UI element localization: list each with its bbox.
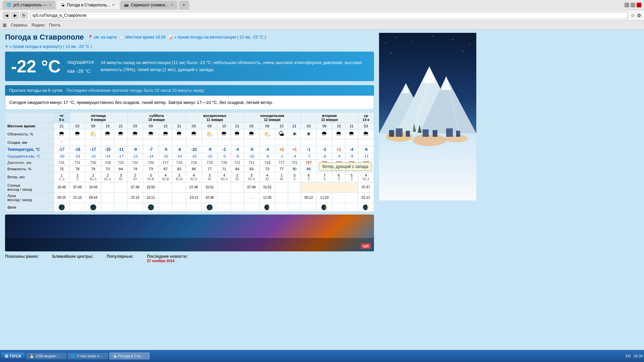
feels-like-value: как -26 °С: [67, 66, 94, 75]
time-fri-09: 09: [85, 123, 101, 129]
time-sat-03: 03: [127, 123, 143, 129]
time-header-row: Местное время 21 03 09 15 21 03 09 15 21…: [5, 123, 374, 129]
phase-sat-4: [172, 203, 186, 212]
minimize-button[interactable]: [625, 3, 629, 7]
cloud-tue-03: ☀: [301, 129, 317, 139]
day-wed: ср14 я: [358, 112, 374, 123]
moon-fri-3: [101, 192, 114, 203]
moon-tue-1: 00:12: [301, 192, 317, 203]
windows-icon: ⊞: [5, 354, 8, 359]
time-link[interactable]: 🕐 Местное время 18:34: [119, 35, 165, 40]
feels-sun-21: -8: [231, 153, 244, 159]
time-sun-09: 09: [202, 123, 217, 129]
url-input[interactable]: rp5.ru/Погода_в_Ставрополе: [30, 12, 628, 19]
phase-sat-1: [127, 203, 143, 212]
page-title: Погода в Ставрополе: [5, 33, 84, 42]
back-button[interactable]: ◀: [3, 12, 10, 19]
tab-new[interactable]: +: [179, 1, 189, 9]
feels-thu-21: -20: [54, 153, 69, 159]
day-sat: суббота10 января: [127, 112, 186, 123]
svg-rect-11: [389, 130, 394, 137]
star-icon[interactable]: ☆: [631, 13, 635, 18]
wind-tue-21: 5З: [345, 172, 358, 182]
day-header-row: чт8 я пятница9 января суббота10 января в…: [5, 112, 374, 123]
tab-pogoda-close[interactable]: ✕: [112, 3, 115, 7]
apps-icon[interactable]: ⊞: [3, 22, 7, 28]
start-button[interactable]: ⊞ ПУСК: [1, 353, 25, 360]
phase-sun-1: [186, 203, 202, 212]
tab-rp5[interactable]: 🌐 рг5 ставрополь — ✕: [3, 1, 56, 9]
moon-fri-1: 21:16: [69, 192, 85, 203]
side-image: [379, 33, 476, 264]
moon-mon-2: 11:05: [259, 192, 275, 203]
maximize-button[interactable]: [631, 3, 635, 7]
pressure-sat-15: 717: [159, 159, 172, 166]
precip-tue-15: ·: [332, 139, 345, 146]
taskbar-browser2-label: Погода в Ста...: [118, 354, 144, 358]
start-label: ПУСК: [10, 354, 21, 359]
phase-sat-3: [159, 203, 172, 212]
wind-sat-21: 3Ю-В: [172, 172, 186, 182]
wind-thu-21: 1С-З: [54, 172, 69, 182]
phase-tue-3: [332, 203, 345, 212]
wind-mon-15: 1Ю: [275, 172, 288, 182]
feels-tue-21: -9: [345, 153, 358, 159]
sun-tue: [301, 182, 358, 192]
forward-button[interactable]: ▶: [11, 12, 19, 19]
pressure-sat-21: 718: [172, 159, 186, 166]
hum-fri-09: 79: [85, 166, 101, 172]
svg-rect-16: [446, 128, 453, 137]
hum-tue-03: 93: [301, 166, 317, 172]
tab-screenshot-close[interactable]: ✕: [171, 3, 173, 7]
pressure-sat-03: 722: [127, 159, 143, 166]
taskbar: ⊞ ПУСК 💾 USB-модем -... 🌐 У нас море н..…: [0, 350, 644, 362]
archive-link[interactable]: 📊 » Архив погоды на метеостанции ( 12 км…: [168, 35, 266, 40]
phase-sat-2: 🌑: [143, 203, 159, 212]
close-button[interactable]: [637, 3, 641, 7]
pressure-sun-03: 718: [186, 159, 202, 166]
time-sat-09: 09: [143, 123, 159, 129]
cloud-mon-03: 🌨: [244, 129, 259, 139]
moon-sat-2: 10:11: [143, 192, 159, 203]
footer-news-title: Последние новости: 27 ноября 2014: [147, 254, 188, 263]
tab-rp5-close[interactable]: ✕: [49, 3, 52, 7]
reload-button[interactable]: ↻: [20, 12, 28, 19]
taskbar-browser1[interactable]: 🌐 У нас море н...: [68, 353, 108, 359]
svg-point-28: [390, 53, 391, 54]
settings-icon[interactable]: ⚙: [637, 13, 641, 18]
taskbar-usb[interactable]: 💾 USB-модем -...: [26, 353, 66, 359]
moon-wed: 01:12: [358, 192, 374, 203]
bookmark-yandex[interactable]: Яндекс: [32, 23, 45, 27]
tab-screenshot[interactable]: 📷 Скриншот (снимок... ✕: [120, 1, 177, 9]
moon-sun-3: [217, 192, 231, 203]
url-text: rp5.ru/Погода_в_Ставрополе: [33, 13, 87, 18]
tab-pogoda[interactable]: 🌤 Погода в Ставрополь... ✕: [57, 1, 119, 9]
wind-wed-03: 4 Ю-З Ветер, дующий с запада: [358, 172, 374, 182]
taskbar-browser2[interactable]: 🌤 Погода в Ста...: [109, 353, 150, 359]
moon-phase-label: фаза: [5, 203, 54, 212]
precip-mon-03: · · ·: [244, 139, 259, 146]
taskbar-lang[interactable]: EN: [626, 354, 631, 358]
footer-news-date[interactable]: 27 ноября 2014: [147, 259, 188, 263]
precipitation-label: Осадки, мм: [5, 139, 54, 146]
svg-point-9: [413, 134, 446, 146]
sun-mon-4: [288, 182, 301, 192]
bookmark-mail[interactable]: Почта: [49, 23, 60, 27]
feels-like-block: ощущается как -26 °С: [67, 57, 94, 75]
forecast-update: Последнее обновление прогноза погоды был…: [66, 88, 204, 93]
phase-wed: 🌒: [358, 203, 374, 212]
map-link[interactable]: 📍 см. на карте: [88, 35, 117, 40]
footer-popular-title: Популярные:: [107, 254, 133, 259]
bookmark-services[interactable]: Сервисы: [11, 23, 28, 27]
moon-sun-4: [231, 192, 244, 203]
wind-row: Ветер, м/с 1С-З 2З 2Ю-З 2Ю-З 3Ю 2Ю 5Ю-В …: [5, 172, 374, 182]
airport-link[interactable]: ✈ » Архив погоды в аэропорту ( 12 км, -2…: [5, 44, 374, 49]
cloud-thu-21: 🌨: [54, 129, 69, 139]
temp-sun-21: -4: [231, 146, 244, 153]
precip-fri-09: [85, 139, 101, 146]
temp-wed-03: -6: [358, 146, 374, 153]
temp-tue-15: +1: [332, 146, 345, 153]
wind-tue-15: 6З: [332, 172, 345, 182]
pressure-fri-09: 730: [85, 159, 101, 166]
precip-sun-03: [186, 139, 202, 146]
